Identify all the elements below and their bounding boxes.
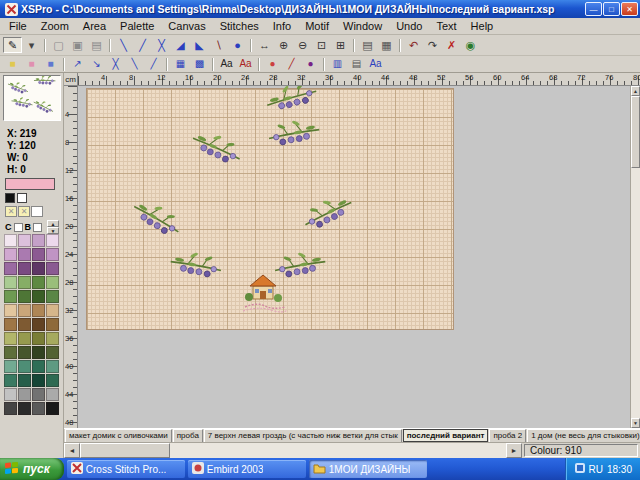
palette-swatch[interactable] (18, 374, 31, 387)
half-stitch-right-icon[interactable]: ╱ (133, 37, 152, 53)
palette-swatch[interactable] (4, 318, 17, 331)
zoom-out-icon[interactable]: ⊖ (293, 37, 312, 53)
palette-swatch[interactable] (18, 402, 31, 415)
palette-swatch[interactable] (18, 304, 31, 317)
palette-swatch[interactable] (18, 318, 31, 331)
bw-swatch[interactable] (5, 193, 15, 203)
blend-swatch[interactable] (31, 206, 43, 217)
zoom-area-icon[interactable]: ⊡ (312, 37, 331, 53)
text-style-icon[interactable]: Aa (236, 57, 255, 71)
grid-toggle-icon[interactable]: ▦ (377, 37, 396, 53)
zoom-fit-icon[interactable]: ⊞ (331, 37, 350, 53)
menu-item-window[interactable]: Window (336, 19, 389, 33)
tray-icon[interactable] (575, 463, 585, 475)
palette-swatch[interactable] (46, 262, 59, 275)
menu-item-motif[interactable]: Motif (298, 19, 336, 33)
palette-swatch[interactable] (4, 304, 17, 317)
french-knot-icon[interactable]: ● (228, 37, 247, 53)
palette-swatch[interactable] (46, 402, 59, 415)
design-tab-4[interactable]: последний вариант (403, 429, 489, 442)
palette-swatch[interactable] (46, 318, 59, 331)
pan-tool-icon[interactable]: ↔ (255, 37, 274, 53)
palette-swatch[interactable] (32, 360, 45, 373)
print-icon[interactable]: ▤ (358, 37, 377, 53)
palette-swatch[interactable] (32, 304, 45, 317)
start-button[interactable]: пуск (0, 458, 64, 480)
text-tool-icon[interactable]: Aa (217, 57, 236, 71)
blend-swatch[interactable]: ✕ (5, 206, 17, 217)
menu-item-text[interactable]: Text (429, 19, 463, 33)
chart-view-icon[interactable]: ▤ (347, 57, 366, 71)
bw-swatch[interactable] (17, 193, 27, 203)
palette-swatch[interactable] (32, 332, 45, 345)
palette-swatch[interactable] (46, 234, 59, 247)
colour-pink-icon[interactable]: ■ (22, 57, 41, 71)
delete-icon[interactable]: ✗ (442, 37, 461, 53)
zoom-in-icon[interactable]: ⊕ (274, 37, 293, 53)
palette-swatch[interactable] (46, 304, 59, 317)
current-colour-swatch[interactable] (5, 178, 55, 190)
taskbar-task-1[interactable]: Cross Stitch Pro... (67, 460, 185, 478)
palette-swatch[interactable] (46, 332, 59, 345)
b-cell[interactable] (33, 223, 42, 232)
stitch-cross-icon[interactable]: ╳ (106, 57, 125, 71)
palette-swatch[interactable] (32, 248, 45, 261)
palette-swatch[interactable] (18, 234, 31, 247)
minimize-button[interactable]: — (585, 2, 602, 16)
horizontal-scroll-thumb[interactable] (80, 443, 170, 458)
half-stitch-left-icon[interactable]: ╲ (114, 37, 133, 53)
stitch-diag-right-icon[interactable]: ╱ (144, 57, 163, 71)
scroll-left-button[interactable]: ◄ (64, 443, 80, 458)
palette-wheel-icon[interactable]: ● (263, 57, 282, 71)
palette-swatch[interactable] (32, 276, 45, 289)
palette-swatch[interactable] (4, 290, 17, 303)
tool-dropdown-icon[interactable]: ▾ (22, 37, 41, 53)
horizontal-scroll-track[interactable] (80, 443, 506, 458)
palette-swatch[interactable] (18, 360, 31, 373)
palette-swatch[interactable] (4, 276, 17, 289)
library-icon[interactable]: ▩ (190, 57, 209, 71)
stitch-grid[interactable] (86, 88, 454, 330)
palette-swatch[interactable] (32, 374, 45, 387)
menu-item-zoom[interactable]: Zoom (34, 19, 76, 33)
scroll-down-button[interactable]: ▼ (631, 418, 640, 428)
design-tab-5[interactable]: проба 2 (489, 429, 526, 442)
undo-icon[interactable]: ↶ (404, 37, 423, 53)
palette-swatch[interactable] (18, 248, 31, 261)
palette-swatch[interactable] (32, 402, 45, 415)
palette-swatch[interactable] (4, 332, 17, 345)
spin-down-button[interactable]: ▼ (47, 227, 59, 234)
pencil-tool-icon[interactable]: ✎ (3, 37, 22, 53)
stitch-diag-left-icon[interactable]: ╲ (125, 57, 144, 71)
fill-tool-icon[interactable]: ▣ (68, 37, 87, 53)
palette-swatch[interactable] (46, 248, 59, 261)
menu-item-area[interactable]: Area (76, 19, 113, 33)
palette-swatch[interactable] (4, 248, 17, 261)
design-tab-2[interactable]: проба (173, 429, 203, 442)
palette-swatch[interactable] (32, 346, 45, 359)
colour-blue-icon[interactable]: ■ (41, 57, 60, 71)
palette-swatch[interactable] (32, 388, 45, 401)
menu-item-file[interactable]: File (2, 19, 34, 33)
eraser-tool-icon[interactable]: ▤ (87, 37, 106, 53)
palette-swatch[interactable] (46, 290, 59, 303)
design-tab-3[interactable]: 7 верхн левая гроздь (с частью ниж ветки… (204, 429, 402, 442)
palette-swatch[interactable] (18, 262, 31, 275)
menu-item-info[interactable]: Info (266, 19, 298, 33)
back-stitch-icon[interactable]: ∖ (209, 37, 228, 53)
palette-swatch[interactable] (18, 276, 31, 289)
vertical-scroll-track[interactable] (631, 96, 640, 418)
palette-swatch[interactable] (46, 276, 59, 289)
menu-item-stitches[interactable]: Stitches (213, 19, 266, 33)
maximize-button[interactable]: □ (603, 2, 620, 16)
c-cell[interactable] (14, 223, 23, 232)
palette-swatch[interactable] (4, 374, 17, 387)
design-tab-1[interactable]: макет домик с оливочками (65, 429, 172, 442)
motif-mode-icon[interactable]: ▦ (171, 57, 190, 71)
design-canvas[interactable] (78, 86, 630, 428)
menu-item-palette[interactable]: Palette (113, 19, 161, 33)
language-indicator[interactable]: RU (589, 464, 603, 475)
knot-colour-icon[interactable]: ● (301, 57, 320, 71)
three-quarter-stitch-icon[interactable]: ◢ (171, 37, 190, 53)
palette-swatch[interactable] (46, 346, 59, 359)
